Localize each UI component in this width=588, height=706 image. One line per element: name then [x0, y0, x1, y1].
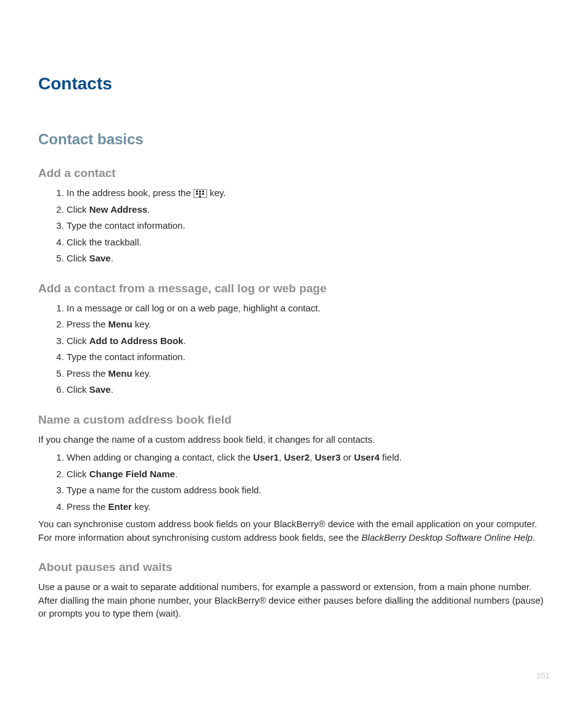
list-item: Click Change Field Name.: [67, 467, 550, 482]
ui-label: Menu: [108, 368, 133, 379]
ui-label: User3: [315, 452, 341, 462]
list-item: Press the Menu key.: [67, 318, 550, 332]
list-item: When adding or changing a contact, click…: [67, 451, 550, 465]
step-text: When adding or changing a contact, click…: [67, 452, 253, 462]
list-custom-field: When adding or changing a contact, click…: [38, 451, 550, 514]
heading-add-a-contact: Add a contact: [38, 166, 550, 180]
step-text: or: [340, 452, 354, 462]
list-item: Type the contact information.: [67, 350, 550, 364]
ui-label: New Address: [89, 204, 147, 215]
step-text: key.: [133, 368, 152, 379]
section-heading-contact-basics: Contact basics: [38, 131, 550, 148]
list-item: Click Save.: [67, 383, 550, 397]
ui-label: User1: [253, 452, 279, 462]
page-title: Contacts: [38, 74, 550, 94]
paragraph-pauses-waits: Use a pause or a wait to separate additi…: [38, 580, 550, 620]
list-item: In the address book, press the key.: [67, 186, 550, 200]
list-item: Type the contact information.: [67, 219, 550, 233]
ui-label: Add to Address Book: [89, 335, 184, 346]
list-item: Click New Address.: [67, 203, 550, 217]
step-text: Press the: [67, 501, 108, 512]
heading-add-from-message: Add a contact from a message, call log o…: [38, 282, 550, 295]
ui-label: Change Field Name: [89, 469, 175, 479]
step-text: key.: [132, 501, 151, 512]
list-add-from-message: In a message or call log or on a web pag…: [38, 302, 550, 397]
ui-label: Menu: [108, 319, 133, 329]
list-item: Click Add to Address Book.: [67, 334, 550, 348]
heading-custom-field: Name a custom address book field: [38, 413, 550, 427]
ui-label: Enter: [108, 501, 132, 512]
heading-pauses-waits: About pauses and waits: [38, 560, 550, 574]
list-item: In a message or call log or on a web pag…: [67, 302, 550, 316]
step-text: Click: [67, 335, 89, 346]
step-text: Click: [67, 253, 89, 263]
paragraph-custom-field-outro: You can synchronise custom address book …: [38, 517, 550, 544]
step-text: .: [147, 204, 150, 215]
step-text: key.: [133, 319, 152, 329]
ui-label: User2: [284, 452, 310, 462]
step-text: In the address book, press the: [67, 187, 194, 198]
body-text: .: [533, 532, 535, 543]
list-item: Type a name for the custom address book …: [67, 483, 550, 498]
list-item: Press the Enter key.: [67, 500, 550, 514]
list-add-a-contact: In the address book, press the key. Clic…: [38, 186, 550, 266]
step-text: field.: [380, 452, 402, 462]
page-number: 151: [536, 671, 550, 680]
step-text: key.: [207, 187, 226, 198]
step-text: .: [183, 335, 186, 346]
step-text: Click: [67, 384, 89, 395]
step-text: ,: [309, 452, 314, 462]
step-text: .: [175, 469, 178, 479]
list-item: Click the trackball.: [67, 236, 550, 250]
ui-label: Save: [89, 253, 111, 263]
step-text: Press the: [67, 319, 108, 329]
step-text: ,: [279, 452, 284, 462]
paragraph-custom-field-intro: If you change the name of a custom addre…: [38, 433, 550, 446]
list-item: Press the Menu key.: [67, 367, 550, 381]
step-text: Click: [67, 204, 89, 215]
step-text: .: [111, 253, 113, 263]
ui-label: Save: [89, 384, 111, 395]
step-text: Click: [67, 469, 89, 479]
menu-key-icon: [194, 189, 207, 198]
document-page: Contacts Contact basics Add a contact In…: [0, 0, 588, 656]
reference-title: BlackBerry Desktop Software Online Help: [361, 532, 533, 543]
step-text: Press the: [67, 368, 108, 379]
list-item: Click Save.: [67, 252, 550, 266]
step-text: .: [111, 384, 113, 395]
ui-label: User4: [354, 452, 380, 462]
